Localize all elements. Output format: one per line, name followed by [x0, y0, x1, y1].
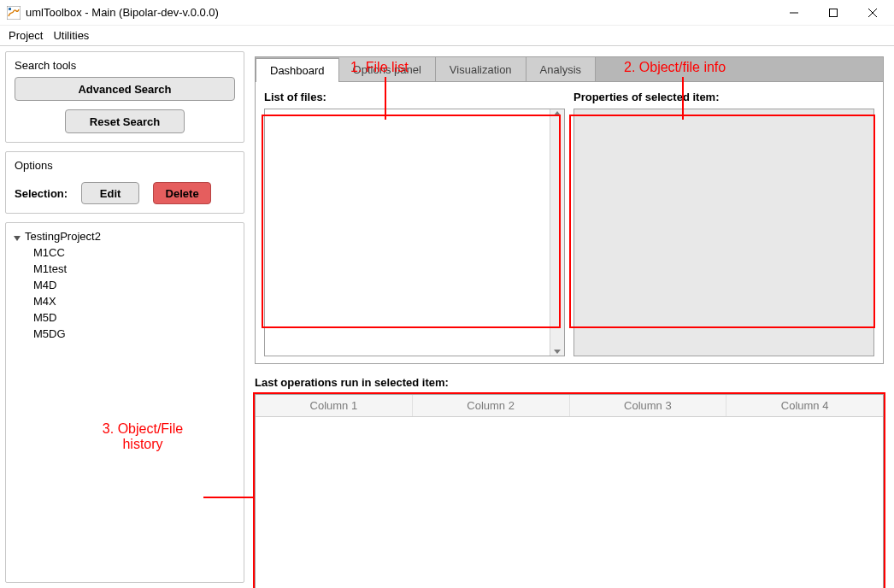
tree-node[interactable]: M5DG: [33, 326, 237, 342]
maximize-button[interactable]: [814, 0, 853, 26]
options-panel-title: Options: [15, 159, 235, 177]
tab-dashboard[interactable]: Dashboard: [256, 58, 339, 82]
tabstrip: Dashboard Options panel Visualization An…: [255, 56, 884, 82]
search-panel-title: Search tools: [15, 59, 235, 77]
minimize-button[interactable]: [774, 0, 814, 26]
file-list-scrollbar[interactable]: [550, 109, 564, 356]
svg-rect-3: [830, 9, 838, 16]
reset-search-button[interactable]: Reset Search: [65, 109, 185, 133]
dashboard-tab-content: List of files: Properties of selected it…: [255, 82, 884, 364]
svg-rect-1: [9, 8, 11, 10]
scroll-up-icon: [554, 111, 561, 115]
tree-root-row[interactable]: TestingProject2: [13, 228, 237, 244]
edit-button[interactable]: Edit: [81, 182, 139, 204]
properties-label: Properties of selected item:: [573, 91, 874, 109]
history-col-2[interactable]: Column 2: [413, 395, 570, 416]
list-of-files-label: List of files:: [264, 91, 565, 109]
options-panel: Options Selection: Edit Delete: [5, 151, 244, 214]
selection-label: Selection:: [15, 187, 68, 200]
menu-project[interactable]: Project: [7, 27, 44, 44]
delete-button[interactable]: Delete: [153, 182, 211, 204]
tree-root-label: TestingProject2: [25, 230, 101, 243]
annotation-3-label: 3. Object/File history: [91, 421, 194, 452]
scroll-down-icon: [554, 350, 561, 354]
project-tree[interactable]: TestingProject2 M1CCM1testM4DM4XM5DM5DG …: [5, 222, 244, 583]
tab-visualization[interactable]: Visualization: [436, 57, 526, 81]
tree-node[interactable]: M1test: [33, 261, 237, 277]
close-button[interactable]: [853, 0, 892, 26]
tree-node[interactable]: M4D: [33, 277, 237, 293]
tab-options-panel[interactable]: Options panel: [339, 57, 436, 81]
sidebar: Search tools Advanced Search Reset Searc…: [5, 51, 244, 583]
properties-box: [573, 109, 874, 356]
history-table[interactable]: Column 1 Column 2 Column 3 Column 4: [255, 394, 884, 588]
tree-node[interactable]: M5D: [33, 309, 237, 326]
tree-node[interactable]: M4X: [33, 293, 237, 309]
titlebar: umlToolbox - Main (Bipolar-dev-v.0.0.0): [0, 0, 894, 26]
window-title: umlToolbox - Main (Bipolar-dev-v.0.0.0): [26, 6, 219, 19]
search-panel: Search tools Advanced Search Reset Searc…: [5, 51, 244, 143]
tab-analysis[interactable]: Analysis: [526, 57, 596, 81]
history-label: Last operations run in selected item:: [255, 364, 884, 394]
menu-utilities[interactable]: Utilities: [51, 27, 91, 44]
file-listbox[interactable]: [264, 109, 565, 356]
advanced-search-button[interactable]: Advanced Search: [15, 77, 235, 101]
svg-marker-6: [14, 236, 21, 241]
history-col-4[interactable]: Column 4: [726, 395, 883, 416]
menubar: Project Utilities: [0, 26, 894, 46]
caret-down-icon: [13, 232, 21, 241]
main: Dashboard Options panel Visualization An…: [250, 51, 889, 583]
history-table-header: Column 1 Column 2 Column 3 Column 4: [256, 395, 883, 417]
history-col-1[interactable]: Column 1: [256, 395, 413, 416]
history-col-3[interactable]: Column 3: [570, 395, 727, 416]
content: Search tools Advanced Search Reset Searc…: [0, 46, 894, 588]
app-icon: [7, 6, 21, 20]
tree-node[interactable]: M1CC: [33, 244, 237, 261]
